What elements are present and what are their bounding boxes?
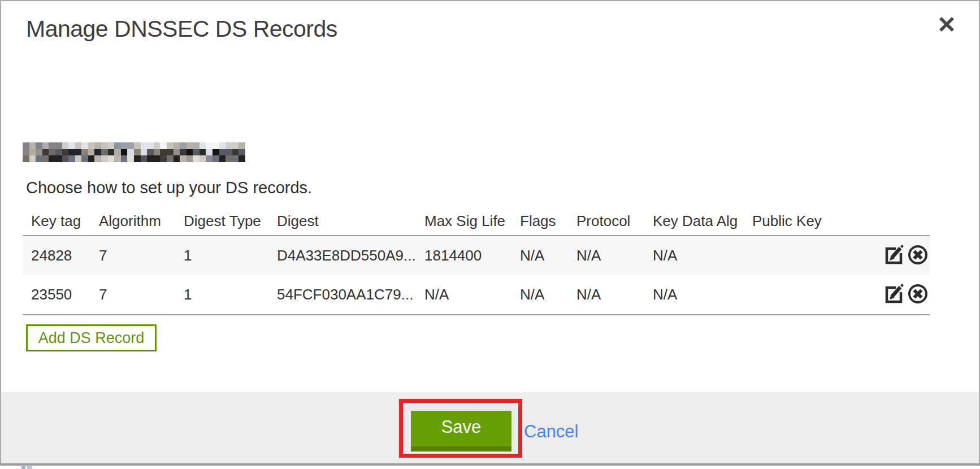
close-icon (937, 15, 956, 36)
cell-digest-type: 1 (184, 247, 277, 264)
cell-digest: D4A33E8DD550A9... (277, 247, 424, 264)
column-header-max-sig-life: Max Sig Life (424, 212, 520, 230)
edit-icon (884, 244, 905, 267)
save-button[interactable]: Save (411, 411, 511, 451)
cell-max-sig-life: 1814400 (424, 247, 520, 264)
table-header-row: Key tag Algorithm Digest Type Digest Max… (23, 207, 930, 236)
edit-icon (884, 283, 905, 306)
modal-footer: Save Cancel (1, 392, 979, 464)
column-header-protocol: Protocol (576, 212, 653, 230)
cell-algorithm: 7 (99, 247, 184, 264)
ds-records-table: Key tag Algorithm Digest Type Digest Max… (23, 207, 930, 315)
cell-key-data-alg: N/A (653, 247, 752, 264)
cell-protocol: N/A (576, 247, 653, 264)
background-page-fragment (21, 466, 25, 469)
edit-record-button[interactable] (884, 245, 905, 266)
edit-record-button[interactable] (884, 284, 905, 305)
cell-max-sig-life: N/A (424, 286, 520, 303)
column-header-key-data-alg: Key Data Alg (653, 212, 752, 230)
table-row: 24828 7 1 D4A33E8DD550A9... 1814400 N/A … (23, 236, 930, 275)
page-background-sliver (0, 466, 980, 469)
manage-dnssec-modal: Manage DNSSEC DS Records Choose how to s… (0, 0, 980, 466)
annotation-highlight-box: Save (399, 399, 522, 458)
delete-record-button[interactable] (907, 284, 929, 305)
cell-key-data-alg: N/A (653, 286, 752, 303)
domain-name-redacted (23, 142, 245, 162)
column-header-flags: Flags (520, 212, 576, 230)
close-button[interactable] (936, 15, 957, 36)
column-header-digest-type: Digest Type (184, 212, 277, 230)
cell-algorithm: 7 (99, 286, 184, 303)
table-row: 23550 7 1 54FCF030AA1C79... N/A N/A N/A … (23, 275, 930, 315)
column-header-public-key: Public Key (752, 212, 837, 230)
cell-digest: 54FCF030AA1C79... (277, 286, 424, 303)
cell-key-tag: 24828 (23, 247, 99, 264)
delete-icon (907, 244, 929, 267)
cell-protocol: N/A (576, 286, 653, 303)
background-page-fragment (27, 466, 32, 469)
cell-flags: N/A (520, 247, 576, 264)
column-header-algorithm: Algorithm (99, 212, 184, 230)
cell-digest-type: 1 (184, 286, 277, 303)
add-ds-record-button[interactable]: Add DS Record (26, 324, 157, 351)
row-actions (837, 284, 930, 305)
cell-flags: N/A (520, 286, 576, 303)
instruction-text: Choose how to set up your DS records. (26, 179, 312, 197)
delete-icon (907, 283, 929, 306)
row-actions (837, 245, 930, 266)
cancel-link[interactable]: Cancel (524, 422, 579, 442)
column-header-key-tag: Key tag (23, 212, 99, 230)
cell-key-tag: 23550 (23, 286, 99, 303)
column-header-digest: Digest (277, 212, 424, 230)
page-title: Manage DNSSEC DS Records (26, 16, 337, 42)
delete-record-button[interactable] (907, 245, 929, 266)
